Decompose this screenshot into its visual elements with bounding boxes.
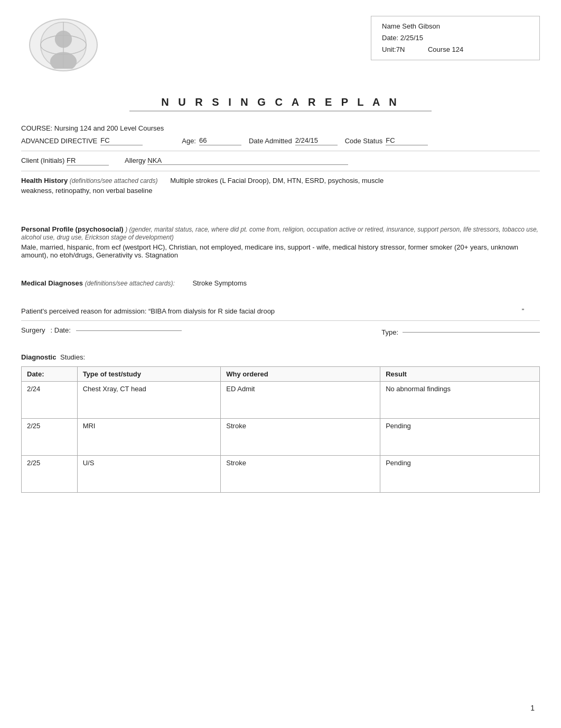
health-history-content: weakness, retinopathy, non verbal baseli… bbox=[21, 187, 540, 195]
medical-diagnoses-label: Medical Diagnoses bbox=[21, 279, 83, 287]
col-result: Result bbox=[380, 367, 540, 382]
code-status-label: Code Status bbox=[345, 137, 383, 145]
allergy-seg: Allergy NKA bbox=[125, 156, 348, 165]
date-admitted-label: Date Admitted bbox=[249, 137, 292, 145]
type-seg: Type: bbox=[381, 328, 540, 336]
patient-reason: Patient's perceived reason for admission… bbox=[21, 307, 540, 315]
surgery-seg: Surgery : Date: bbox=[21, 326, 182, 334]
page-number-value: 1 bbox=[530, 704, 535, 712]
logo bbox=[29, 19, 98, 71]
name-value: Seth Gibson bbox=[402, 22, 440, 30]
client-allergy-row: Client (Initials) FR Allergy NKA bbox=[21, 156, 540, 165]
cell-result-0: No abnormal findings bbox=[380, 382, 540, 419]
table-row: 2/24 Chest Xray, CT head ED Admit No abn… bbox=[22, 382, 540, 419]
page-number: 1 bbox=[530, 704, 535, 712]
patient-name-row: Name Seth Gibson bbox=[382, 21, 529, 32]
cell-result-1: Pending bbox=[380, 419, 540, 456]
patient-info-box: Name Seth Gibson Date: 2/25/15 Unit:7N C… bbox=[371, 16, 540, 60]
course-label: Course 124 bbox=[428, 45, 463, 53]
allergy-label: Allergy bbox=[125, 156, 146, 164]
code-status-seg: Code Status FC bbox=[345, 136, 428, 145]
cell-why-0: ED Admit bbox=[221, 382, 380, 419]
main-title: N U R S I N G C A R E P L A N bbox=[129, 95, 431, 112]
medical-diagnoses-content: Stroke Symptoms bbox=[192, 279, 247, 287]
cell-type-2: U/S bbox=[77, 456, 221, 493]
surgery-label: Surgery bbox=[21, 326, 45, 334]
type-label: Type: bbox=[381, 328, 398, 336]
course-label: COURSE: bbox=[21, 124, 52, 132]
personal-profile-header: Personal Profile (psychosocial) ) (gende… bbox=[21, 225, 540, 241]
personal-profile-text: Male, married, hispanic, from ecf (westp… bbox=[21, 243, 518, 259]
cell-date-2: 2/25 bbox=[22, 456, 78, 493]
patient-reason-label: Patient's perceived reason for admission… bbox=[21, 307, 146, 315]
title-section: N U R S I N G C A R E P L A N bbox=[21, 95, 540, 112]
client-seg: Client (Initials) FR bbox=[21, 156, 109, 165]
header: Name Seth Gibson Date: 2/25/15 Unit:7N C… bbox=[21, 16, 540, 74]
diagnostic-section: Diagnostic Studies: Date: Type of test/s… bbox=[21, 353, 540, 493]
cell-result-2: Pending bbox=[380, 456, 540, 493]
personal-profile-label: Personal Profile (psychosocial) bbox=[21, 225, 124, 233]
page: Name Seth Gibson Date: 2/25/15 Unit:7N C… bbox=[0, 0, 561, 728]
col-type: Type of test/study bbox=[77, 367, 221, 382]
patient-info: Name Seth Gibson Date: 2/25/15 Unit:7N C… bbox=[106, 16, 540, 60]
age-value: 66 bbox=[199, 136, 241, 145]
client-value: FR bbox=[67, 156, 109, 165]
cell-why-1: Stroke bbox=[221, 419, 380, 456]
logo-area bbox=[21, 16, 106, 74]
col-date: Date: bbox=[22, 367, 78, 382]
course-value: Nursing 124 and 200 Level Courses bbox=[54, 124, 164, 132]
client-label: Client (Initials) bbox=[21, 156, 64, 164]
diagnostic-title: Diagnostic bbox=[21, 353, 56, 361]
date-admitted-value: 2/24/15 bbox=[295, 136, 338, 145]
health-history-section: Health History (definitions/see attached… bbox=[21, 177, 540, 195]
closing-quote: ” bbox=[522, 307, 524, 315]
age-seg: Age: 66 bbox=[182, 136, 241, 145]
medical-diagnoses-section: Medical Diagnoses (definitions/see attac… bbox=[21, 279, 540, 287]
diagnostic-subtitle: Studies: bbox=[60, 353, 85, 361]
surgery-date-label: : Date: bbox=[51, 326, 71, 334]
surgery-type-row: Surgery : Date: Type: bbox=[21, 326, 540, 338]
date-admitted-seg: Date Admitted 2/24/15 bbox=[249, 136, 338, 145]
course-row: COURSE: Nursing 124 and 200 Level Course… bbox=[21, 124, 540, 132]
col-why: Why ordered bbox=[221, 367, 380, 382]
age-label: Age: bbox=[182, 137, 196, 145]
surgery-date-value bbox=[76, 330, 182, 331]
date-value: 2/25/15 bbox=[400, 34, 423, 42]
medical-diagnoses-sub: (definitions/see attached cards): bbox=[85, 280, 175, 287]
personal-profile-section: Personal Profile (psychosocial) ) (gende… bbox=[21, 225, 540, 259]
type-value bbox=[403, 332, 540, 333]
unit-label: Unit:7N bbox=[382, 45, 405, 53]
table-row: 2/25 U/S Stroke Pending bbox=[22, 456, 540, 493]
code-status-value: FC bbox=[386, 136, 428, 145]
directive-value: FC bbox=[100, 136, 143, 145]
health-history-content-inline: Multiple strokes (L Facial Droop), DM, H… bbox=[170, 177, 384, 185]
cell-date-0: 2/24 bbox=[22, 382, 78, 419]
health-history-label: Health History bbox=[21, 177, 68, 185]
diagnostic-label: Diagnostic Studies: bbox=[21, 353, 540, 361]
cell-why-2: Stroke bbox=[221, 456, 380, 493]
health-history-header: Health History (definitions/see attached… bbox=[21, 177, 540, 185]
cell-type-1: MRI bbox=[77, 419, 221, 456]
cell-type-0: Chest Xray, CT head bbox=[77, 382, 221, 419]
personal-profile-content: Male, married, hispanic, from ecf (westp… bbox=[21, 243, 540, 259]
directive-label: ADVANCED DIRECTIVE bbox=[21, 137, 97, 145]
directive-age-row: ADVANCED DIRECTIVE FC Age: 66 Date Admit… bbox=[21, 136, 540, 145]
name-label: Name bbox=[382, 22, 400, 30]
table-header-row: Date: Type of test/study Why ordered Res… bbox=[22, 367, 540, 382]
patient-date-row: Date: 2/25/15 bbox=[382, 32, 529, 44]
date-label: Date: bbox=[382, 34, 398, 42]
cell-date-1: 2/25 bbox=[22, 419, 78, 456]
diagnostic-table: Date: Type of test/study Why ordered Res… bbox=[21, 366, 540, 493]
patient-unit-row: Unit:7N Course 124 bbox=[382, 44, 529, 56]
patient-reason-value: “BIBA from dialysis for R side facial dr… bbox=[148, 307, 275, 315]
health-history-sub: (definitions/see attached cards) bbox=[70, 177, 158, 185]
table-row: 2/25 MRI Stroke Pending bbox=[22, 419, 540, 456]
directive-seg: ADVANCED DIRECTIVE FC bbox=[21, 136, 143, 145]
allergy-value: NKA bbox=[147, 156, 348, 165]
health-history-text: weakness, retinopathy, non verbal baseli… bbox=[21, 187, 152, 195]
